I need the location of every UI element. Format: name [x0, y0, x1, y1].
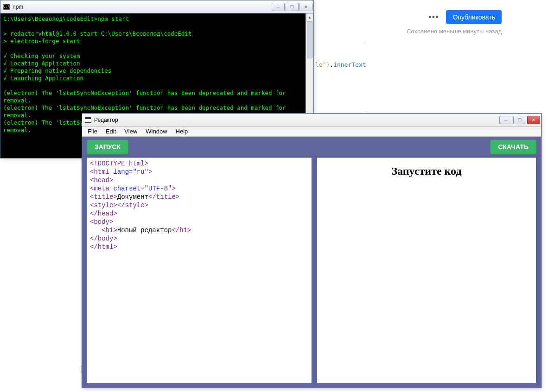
cmd-scroll-up-button[interactable]: ▲ [306, 13, 313, 21]
editor-app-icon [85, 117, 91, 123]
code-token: <html [90, 168, 113, 176]
background-code-fragment: le").innerText [315, 61, 366, 68]
code-token: > [148, 168, 152, 176]
cmd-close-button[interactable]: ✕ [299, 3, 312, 11]
code-token: </body> [90, 235, 117, 242]
code-token: </head> [90, 210, 117, 217]
code-token: <title> [90, 193, 117, 201]
saved-status-label: Сохранено меньше минуты назад [407, 28, 502, 35]
code-token: <!DOCTYPE html> [90, 160, 148, 167]
editor-close-button[interactable]: ✕ [527, 116, 540, 124]
editor-title-text: Редактор [94, 117, 118, 123]
cmd-icon: C:\ [3, 4, 10, 10]
menu-help[interactable]: Help [172, 127, 192, 135]
code-token: > [172, 185, 175, 192]
menu-file[interactable]: File [84, 127, 101, 135]
code-token: Документ [117, 193, 148, 201]
code-token: charset [113, 185, 140, 192]
code-token: </h1> [172, 227, 191, 234]
editor-maximize-button[interactable]: ☐ [513, 116, 526, 124]
publish-bar: ••• Опубликовать [429, 10, 502, 24]
menu-window[interactable]: Window [142, 127, 171, 135]
editor-titlebar[interactable]: Редактор ─ ☐ ✕ [82, 114, 541, 126]
preview-pane: Запустите код [317, 157, 536, 383]
cmd-title-text: npm [13, 4, 23, 10]
code-editor-pane[interactable]: <!DOCTYPE html> <html lang="ru"> <head> … [87, 157, 312, 383]
cmd-titlebar[interactable]: C:\ npm ─ ☐ ✕ [0, 0, 313, 13]
cmd-minimize-button[interactable]: ─ [272, 3, 285, 11]
code-token: = [140, 185, 144, 192]
code-token: Новый редактор [117, 227, 172, 234]
download-button[interactable]: СКАЧАТЬ [490, 139, 536, 154]
editor-minimize-button[interactable]: ─ [499, 116, 512, 124]
code-token: </title> [148, 193, 179, 201]
code-token: </html> [90, 243, 117, 251]
editor-toolbar: ЗАПУСК СКАЧАТЬ [82, 137, 541, 157]
code-token: <meta [90, 185, 113, 192]
publish-button[interactable]: Опубликовать [446, 10, 502, 24]
code-token: <style> [90, 202, 117, 209]
code-token: <head> [90, 177, 113, 184]
code-token: "UTF-8" [145, 185, 172, 192]
run-button[interactable]: ЗАПУСК [87, 139, 128, 154]
menu-edit[interactable]: Edit [102, 127, 120, 135]
menu-view[interactable]: View [121, 127, 141, 135]
more-menu-button[interactable]: ••• [429, 13, 439, 22]
bg-code-string: le") [315, 61, 330, 68]
cmd-scroll-thumb[interactable] [307, 21, 312, 58]
editor-window: Редактор ─ ☐ ✕ File Edit View Window Hel… [82, 113, 542, 388]
editor-menubar: File Edit View Window Help [82, 126, 541, 137]
cmd-maximize-button[interactable]: ☐ [286, 3, 299, 11]
bg-code-prop: innerText [333, 61, 366, 68]
code-token: </style> [117, 202, 148, 209]
bg-code-dot: . [330, 61, 333, 68]
editor-workspace: <!DOCTYPE html> <html lang="ru"> <head> … [82, 157, 541, 388]
preview-heading: Запустите код [391, 165, 461, 383]
code-token: <h1> [90, 227, 117, 234]
code-token: lang [113, 168, 129, 176]
code-token: "ru" [133, 168, 148, 176]
code-token: <body> [90, 218, 113, 226]
